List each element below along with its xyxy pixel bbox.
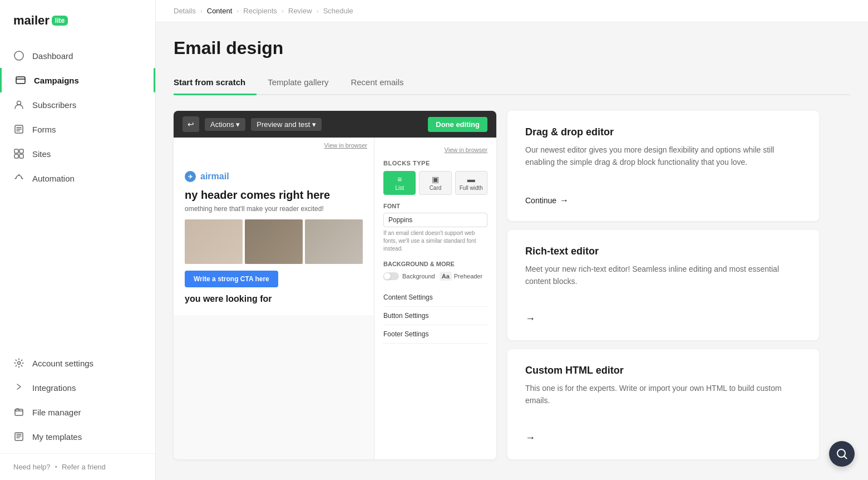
tab-recent-emails[interactable]: Recent emails (339, 72, 415, 95)
email-logo: ✈ airmail (185, 164, 363, 189)
email-preview: ↩ Actions ▾ Preview and test ▾ Done edit… (174, 111, 496, 459)
sidebar-item-sites[interactable]: Sites (0, 141, 155, 166)
sidebar-item-label-subscribers: Subscribers (32, 100, 76, 110)
dashboard-icon (13, 50, 24, 61)
sidebar-item-label-dashboard: Dashboard (32, 51, 73, 61)
block-btn-card-label: Card (430, 185, 442, 191)
breadcrumb-details[interactable]: Details (174, 7, 196, 15)
custom-html-title: Custom HTML editor (525, 365, 801, 376)
font-select[interactable]: Poppins (383, 213, 487, 227)
continue-arrow-icon: → (560, 195, 569, 205)
custom-html-desc: This one is for the experts. Write or im… (525, 382, 801, 407)
blocks-type-label: BLOCKS TYPE (383, 160, 487, 166)
block-btn-card[interactable]: ▣ Card (419, 171, 451, 195)
svg-rect-6 (14, 154, 18, 158)
sidebar-item-account-settings[interactable]: Account settings (0, 351, 155, 375)
breadcrumb-review[interactable]: Review (288, 7, 312, 15)
block-btn-list-label: List (395, 185, 404, 191)
view-in-browser-link[interactable]: View in browser (174, 138, 374, 153)
preview-test-button[interactable]: Preview and test ▾ (251, 118, 322, 131)
need-help-link[interactable]: Need help? (13, 463, 51, 471)
search-fab-button[interactable] (829, 441, 855, 467)
sidebar-item-label-campaigns: Campaigns (34, 76, 79, 85)
content-settings-item[interactable]: Content Settings (383, 288, 487, 307)
rich-text-editor-card[interactable]: Rich-text editor Meet your new rich-text… (507, 230, 819, 340)
aa-icon: Aa (440, 272, 452, 281)
email-body: ✈ airmail ny header comes right here ome… (174, 153, 374, 315)
sidebar-item-my-templates[interactable]: My templates (0, 424, 155, 449)
bg-toggle-switch[interactable] (383, 272, 399, 280)
svg-rect-10 (15, 433, 23, 440)
email-subtext: omething here that'll make your reader e… (185, 205, 363, 213)
svg-rect-1 (16, 77, 25, 84)
email-image-1 (185, 219, 243, 264)
sidebar-item-forms[interactable]: Forms (0, 117, 155, 141)
svg-rect-5 (19, 149, 23, 153)
panel-view-browser-link[interactable]: View in browser (383, 146, 487, 153)
email-footer-text: you were looking for (185, 294, 363, 304)
sidebar-item-label-account-settings: Account settings (32, 359, 93, 368)
preview-content: View in browser ✈ airmail ny header come… (174, 138, 496, 459)
sidebar-item-campaigns[interactable]: Campaigns (0, 68, 155, 92)
custom-html-editor-card[interactable]: Custom HTML editor This one is for the e… (507, 349, 819, 459)
bg-row: Background Aa Preheader (383, 272, 487, 281)
email-logo-icon: ✈ (185, 171, 196, 182)
sidebar-item-file-manager[interactable]: File manager (0, 400, 155, 424)
font-note: If an email client doesn't support web f… (383, 229, 487, 253)
preview-toolbar: ↩ Actions ▾ Preview and test ▾ Done edit… (174, 111, 496, 138)
breadcrumb-content[interactable]: Content (207, 7, 233, 15)
sidebar-item-subscribers[interactable]: Subscribers (0, 92, 155, 117)
rich-text-arrow-icon[interactable]: → (525, 313, 801, 325)
email-logo-text: airmail (200, 172, 229, 182)
logo: mailer lite (0, 0, 155, 39)
block-btn-list[interactable]: ≡ List (383, 171, 416, 195)
forms-icon (13, 124, 24, 135)
tab-start-from-scratch[interactable]: Start from scratch (174, 72, 257, 95)
refer-friend-link[interactable]: Refer a friend (62, 463, 106, 471)
blocks-type-row: ≡ List ▣ Card ▬ Full width (383, 171, 487, 195)
rich-text-desc: Meet your new rich-text editor! Seamless… (525, 263, 801, 288)
email-cta-button: Write a strong CTA here (185, 271, 278, 287)
preview-actions-button[interactable]: Actions ▾ (205, 118, 245, 131)
sites-icon (13, 148, 24, 159)
drag-drop-continue-link[interactable]: Continue → (525, 195, 801, 205)
breadcrumb-sep-4: › (317, 7, 319, 15)
drag-drop-desc: Our newest editor gives you more design … (525, 144, 801, 169)
sidebar-item-label-sites: Sites (32, 149, 51, 159)
sidebar: mailer lite Dashboard Campaigns Subscrib… (0, 0, 156, 480)
email-image-3 (305, 219, 363, 264)
page-title: Email design (174, 38, 850, 58)
svg-rect-7 (19, 154, 23, 158)
block-btn-full-width[interactable]: ▬ Full width (455, 171, 487, 195)
editor-options: Drag & drop editor Our newest editor giv… (507, 111, 819, 459)
preheader-toggle[interactable]: Aa Preheader (440, 272, 482, 281)
block-btn-full-width-label: Full width (460, 185, 483, 191)
footer-settings-item[interactable]: Footer Settings (383, 325, 487, 344)
sidebar-item-dashboard[interactable]: Dashboard (0, 43, 155, 68)
drag-drop-title: Drag & drop editor (525, 126, 801, 138)
breadcrumb-schedule[interactable]: Schedule (323, 7, 353, 15)
sidebar-nav: Dashboard Campaigns Subscribers Forms Si… (0, 39, 155, 453)
bg-toggle-knob (384, 273, 391, 280)
bg-toggle-label: Background (402, 273, 435, 280)
sidebar-item-automation[interactable]: Automation (0, 166, 155, 190)
preview-done-button[interactable]: Done editing (428, 117, 487, 132)
custom-html-arrow-icon[interactable]: → (525, 432, 801, 444)
sidebar-item-integrations[interactable]: Integrations (0, 375, 155, 400)
preview-back-button[interactable]: ↩ (183, 116, 199, 132)
tab-template-gallery[interactable]: Template gallery (257, 72, 339, 95)
rich-text-title: Rich-text editor (525, 246, 801, 257)
my-templates-icon (13, 431, 24, 442)
breadcrumb-recipients[interactable]: Recipients (243, 7, 277, 15)
email-canvas: View in browser ✈ airmail ny header come… (174, 138, 374, 459)
card-block-icon: ▣ (422, 175, 448, 184)
logo-text: mailer (13, 13, 50, 28)
bg-toggle[interactable]: Background (383, 272, 435, 280)
side-panel: View in browser BLOCKS TYPE ≡ List ▣ Car… (374, 138, 496, 459)
automation-icon (13, 173, 24, 184)
drag-drop-editor-card[interactable]: Drag & drop editor Our newest editor giv… (507, 111, 819, 221)
button-settings-item[interactable]: Button Settings (383, 307, 487, 325)
sidebar-item-label-file-manager: File manager (32, 408, 81, 417)
campaigns-icon (15, 75, 26, 86)
page-content-area: Email design Start from scratch Template… (156, 22, 868, 480)
